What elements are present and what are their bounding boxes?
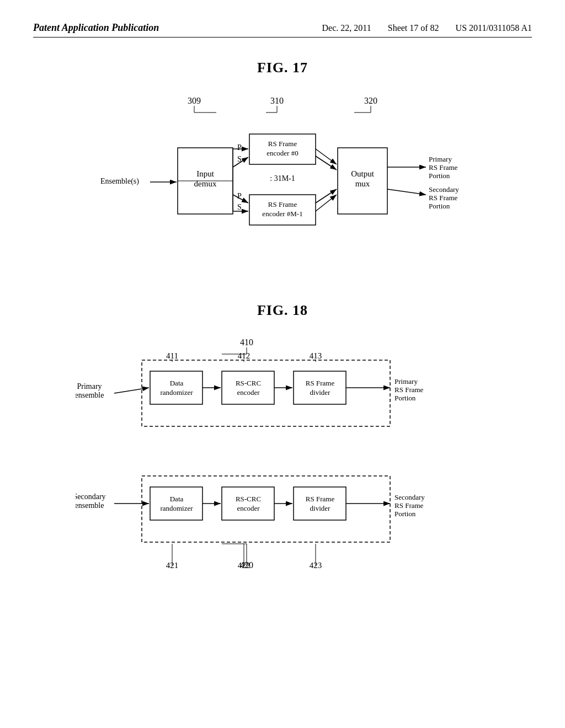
svg-text:RS Frame: RS Frame xyxy=(429,163,458,172)
svg-text:P: P xyxy=(237,143,242,152)
svg-text:ensemble: ensemble xyxy=(76,391,104,399)
svg-text:411: 411 xyxy=(166,351,178,360)
page: Patent Application Publication Dec. 22, … xyxy=(0,0,565,728)
fig18-title: FIG. 18 xyxy=(33,302,532,319)
svg-text:Primary: Primary xyxy=(429,155,452,163)
svg-text:demux: demux xyxy=(194,179,217,188)
patent-number: US 2011/0311058 A1 xyxy=(456,23,532,33)
svg-text:divider: divider xyxy=(310,388,331,397)
page-header: Patent Application Publication Dec. 22, … xyxy=(33,22,532,38)
svg-line-36 xyxy=(316,149,337,164)
svg-text:Input: Input xyxy=(196,169,214,178)
svg-text:mux: mux xyxy=(355,179,370,188)
svg-text:Secondary: Secondary xyxy=(395,493,425,501)
svg-line-44 xyxy=(387,189,426,195)
svg-rect-88 xyxy=(150,487,202,520)
svg-text:randomizer: randomizer xyxy=(160,388,193,397)
svg-text:Secondary: Secondary xyxy=(429,185,459,194)
svg-text:RS Frame: RS Frame xyxy=(306,379,335,387)
svg-text:Secondary: Secondary xyxy=(76,493,106,501)
publication-date: Dec. 22, 2011 xyxy=(322,23,371,33)
svg-line-39 xyxy=(316,195,337,211)
svg-rect-91 xyxy=(222,487,274,520)
svg-text:RS Frame: RS Frame xyxy=(429,194,458,202)
svg-text:RS Frame: RS Frame xyxy=(268,200,297,208)
svg-text:encoder #0: encoder #0 xyxy=(266,149,298,157)
svg-text:RS Frame: RS Frame xyxy=(268,140,297,148)
sheet-info: Sheet 17 of 82 xyxy=(388,23,439,33)
svg-text:Portion: Portion xyxy=(395,510,416,518)
svg-rect-94 xyxy=(294,487,346,520)
svg-text:Portion: Portion xyxy=(429,202,450,210)
svg-text:encoder: encoder xyxy=(237,504,260,512)
svg-text:RS-CRC: RS-CRC xyxy=(236,495,261,503)
svg-text:Primary: Primary xyxy=(395,377,418,386)
svg-text:encoder #M-1: encoder #M-1 xyxy=(262,210,302,218)
svg-rect-60 xyxy=(150,371,202,404)
svg-text:309: 309 xyxy=(188,96,201,105)
svg-text:Data: Data xyxy=(170,379,184,387)
publication-title: Patent Application Publication xyxy=(33,22,159,34)
svg-text:RS Frame: RS Frame xyxy=(306,495,335,503)
fig17-container: 309 310 320 Input demux RS Frame encoder… xyxy=(33,93,532,269)
svg-text:RS Frame: RS Frame xyxy=(395,501,424,510)
svg-text:S: S xyxy=(237,203,242,211)
svg-text:Output: Output xyxy=(351,169,375,178)
svg-text:divider: divider xyxy=(310,504,331,512)
svg-text:randomizer: randomizer xyxy=(160,504,193,512)
svg-text:RS Frame: RS Frame xyxy=(395,386,424,394)
fig18-container: 410 411 412 413 Data randomizer RS-CRC e… xyxy=(33,335,532,572)
svg-text:412: 412 xyxy=(238,351,250,360)
svg-line-37 xyxy=(316,156,337,170)
fig18-diagram: 410 411 412 413 Data randomizer RS-CRC e… xyxy=(76,335,489,572)
svg-text:Data: Data xyxy=(170,495,184,503)
svg-text:320: 320 xyxy=(364,96,377,105)
svg-text:RS-CRC: RS-CRC xyxy=(236,379,261,387)
svg-text:413: 413 xyxy=(310,351,322,360)
svg-text:Primary: Primary xyxy=(77,382,102,390)
svg-text:encoder: encoder xyxy=(237,388,260,397)
svg-text:310: 310 xyxy=(270,96,284,105)
svg-text:Portion: Portion xyxy=(429,172,450,180)
svg-text:: 31M-1: : 31M-1 xyxy=(270,174,295,183)
svg-rect-63 xyxy=(222,371,274,404)
header-info: Dec. 22, 2011 Sheet 17 of 82 US 2011/031… xyxy=(322,23,532,33)
svg-line-38 xyxy=(316,189,337,203)
fig17-title: FIG. 17 xyxy=(33,60,532,76)
svg-text:ensemble: ensemble xyxy=(76,501,104,510)
svg-text:Portion: Portion xyxy=(395,394,416,402)
svg-line-71 xyxy=(114,388,149,393)
fig17-diagram: 309 310 320 Input demux RS Frame encoder… xyxy=(89,93,476,269)
svg-text:410: 410 xyxy=(240,338,253,347)
svg-text:Ensemble(s): Ensemble(s) xyxy=(100,177,139,186)
svg-rect-66 xyxy=(294,371,346,404)
